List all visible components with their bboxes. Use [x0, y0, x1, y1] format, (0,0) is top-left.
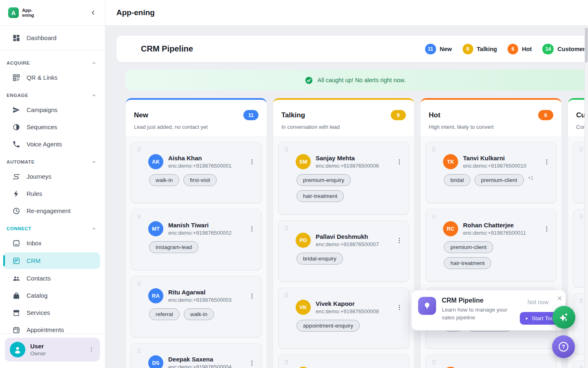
card-menu-button[interactable]: [396, 237, 403, 244]
lead-phone: enc:demo:+919876500006: [316, 163, 379, 169]
lead-card[interactable]: MTManish Tiwarienc:demo:+919876500002ins…: [131, 209, 262, 270]
chevron-up-icon[interactable]: [91, 226, 97, 231]
drag-handle-icon[interactable]: [137, 280, 256, 287]
drag-handle-icon[interactable]: [432, 213, 550, 220]
lead-card[interactable]: AKAisha Khanenc:demo:+919876500001walk-i…: [131, 142, 262, 203]
sidebar-item-appointments[interactable]: Appointments: [0, 321, 105, 333]
lead-card-main: MTManish Tiwarienc:demo:+919876500002: [148, 221, 256, 236]
sidebar-item-label: Journeys: [27, 173, 51, 180]
lead-card-main: RARitu Agarwalenc:demo:+919876500003: [148, 288, 256, 303]
sidebar-item-voice-agents[interactable]: Voice Agents: [0, 136, 105, 153]
lead-identity: Manish Tiwarienc:demo:+919876500002: [168, 222, 232, 236]
drag-handle-icon[interactable]: [137, 348, 256, 354]
user-avatar: [10, 342, 25, 357]
drag-handle-icon[interactable]: [284, 225, 403, 231]
drag-handle-icon[interactable]: [284, 359, 403, 365]
sidebar-item-label: Services: [27, 309, 50, 316]
sidebar: A App- ening Dashboard ACQUIREQR & Links…: [0, 0, 105, 368]
lead-card[interactable]: NSNandini Shetty: [278, 355, 409, 368]
lead-card[interactable]: PDPallavi Deshmukhenc:demo:+919876500007…: [278, 220, 409, 282]
sidebar-item-label: Contacts: [27, 275, 51, 282]
sidebar-nav: Dashboard ACQUIREQR & LinksENGAGECampaig…: [0, 26, 105, 333]
tag-chip: bridal-enquiry: [296, 253, 343, 265]
lead-phone: enc:demo:+919876500008: [316, 308, 379, 314]
stat-hot: 6Hot: [508, 44, 532, 54]
sidebar-item-journeys[interactable]: Journeys: [0, 168, 105, 185]
chevron-up-icon[interactable]: [91, 92, 97, 98]
lead-card[interactable]: TKTanvi Kulkarnienc:demo:+919876500010br…: [425, 142, 557, 203]
card-menu-button[interactable]: [396, 158, 403, 166]
card-menu-button[interactable]: [396, 304, 403, 311]
user-menu-button[interactable]: [88, 346, 95, 353]
drag-handle-icon[interactable]: [432, 359, 550, 365]
drag-handle-icon[interactable]: [284, 146, 403, 153]
sidebar-item-sequences[interactable]: Sequences: [0, 119, 105, 135]
sidebar-collapse-button[interactable]: [89, 9, 97, 16]
journey-icon: [12, 173, 20, 181]
drag-handle-icon[interactable]: [432, 146, 550, 153]
sidebar-footer: User Owner: [0, 333, 105, 368]
card-menu-button[interactable]: [543, 158, 550, 166]
lead-identity: Rohan Chatterjeeenc:demo:+919876500011: [463, 222, 526, 236]
tag-list: appointment-enquiry: [296, 320, 403, 332]
lead-card[interactable]: DSDeepak Saxenaenc:demo:+919876500004: [131, 343, 262, 368]
not-now-button[interactable]: Not now: [528, 299, 548, 305]
send-icon: [12, 106, 20, 114]
sidebar-item-inbox[interactable]: Inbox: [0, 235, 105, 251]
lead-card[interactable]: SMSanjay Mehtaenc:demo:+919876500006prem…: [278, 142, 409, 215]
lead-identity: Sanjay Mehtaenc:demo:+919876500006: [316, 155, 379, 169]
sidebar-item-dashboard[interactable]: Dashboard: [0, 29, 105, 46]
tag-chip: walk-in: [149, 174, 179, 186]
bulb-icon: [418, 297, 436, 315]
sidebar-item-campaigns[interactable]: Campaigns: [0, 101, 105, 118]
sidebar-section-acquire: ACQUIRE: [0, 54, 105, 69]
sidebar-item-services[interactable]: Services: [0, 304, 105, 321]
sidebar-item-crm[interactable]: CRM: [3, 252, 100, 269]
lead-card[interactable]: VKVivek Kapoorenc:demo:+919876500008appo…: [278, 287, 409, 349]
lead-phone: enc:demo:+919876500011: [463, 230, 526, 236]
column-header: Hot6High intent, likely to convert: [421, 100, 561, 137]
lead-card[interactable]: RCRohan Chatterjeeenc:demo:+919876500011…: [425, 209, 557, 282]
tag-chip: first-visit: [183, 174, 217, 186]
chevron-up-icon[interactable]: [91, 159, 97, 165]
calendar-icon: [12, 326, 20, 334]
drag-handle-icon[interactable]: [137, 213, 256, 220]
card-menu-button[interactable]: [248, 225, 256, 233]
drag-handle-icon[interactable]: [137, 146, 256, 153]
app-logo: A: [8, 7, 19, 18]
lead-card[interactable]: AKAmit Kumar: [425, 355, 557, 368]
brand-line-2: ening: [22, 13, 34, 18]
sidebar-item-re-engagement[interactable]: Re-engagement: [0, 202, 105, 219]
stat-customer: 14Customer: [542, 44, 585, 54]
avatar: VK: [296, 300, 311, 315]
help-fab[interactable]: ?: [552, 335, 575, 358]
ai-assistant-fab[interactable]: [552, 306, 575, 329]
scrollbar-thumb[interactable]: [585, 28, 588, 63]
card-menu-button[interactable]: [248, 292, 256, 300]
card-menu-button[interactable]: [248, 158, 256, 166]
vertical-scrollbar[interactable]: [584, 26, 588, 368]
sidebar-item-contacts[interactable]: Contacts: [0, 270, 105, 287]
stat-label: Hot: [522, 46, 532, 52]
card-menu-button[interactable]: [543, 225, 550, 233]
chevron-up-icon[interactable]: [91, 60, 97, 66]
stat-label: Talking: [477, 46, 497, 52]
lead-card-main: PDPallavi Deshmukhenc:demo:+919876500007: [296, 233, 403, 248]
sidebar-item-catalog[interactable]: Catalog: [0, 287, 105, 304]
sidebar-item-rules[interactable]: Rules: [0, 185, 105, 202]
column-title-row: Hot6: [429, 110, 553, 120]
lead-card[interactable]: RARitu Agarwalenc:demo:+919876500003refe…: [131, 276, 262, 337]
section-label: CONNECT: [7, 226, 31, 231]
close-icon[interactable]: [556, 295, 563, 302]
page-title: App-ening: [116, 8, 155, 17]
sidebar-item-qr-links[interactable]: QR & Links: [0, 69, 105, 86]
tag-list: walk-infirst-visit: [149, 174, 256, 186]
avatar: RA: [148, 288, 163, 303]
user-card[interactable]: User Owner: [5, 338, 100, 361]
stat-count-badge: 6: [508, 44, 518, 54]
lead-phone: enc:demo:+919876500002: [168, 230, 232, 236]
drag-handle-icon[interactable]: [284, 292, 403, 298]
pipeline-title: CRM Pipeline: [141, 44, 193, 54]
column-title-row: New11: [134, 110, 258, 120]
card-menu-button[interactable]: [248, 359, 256, 367]
